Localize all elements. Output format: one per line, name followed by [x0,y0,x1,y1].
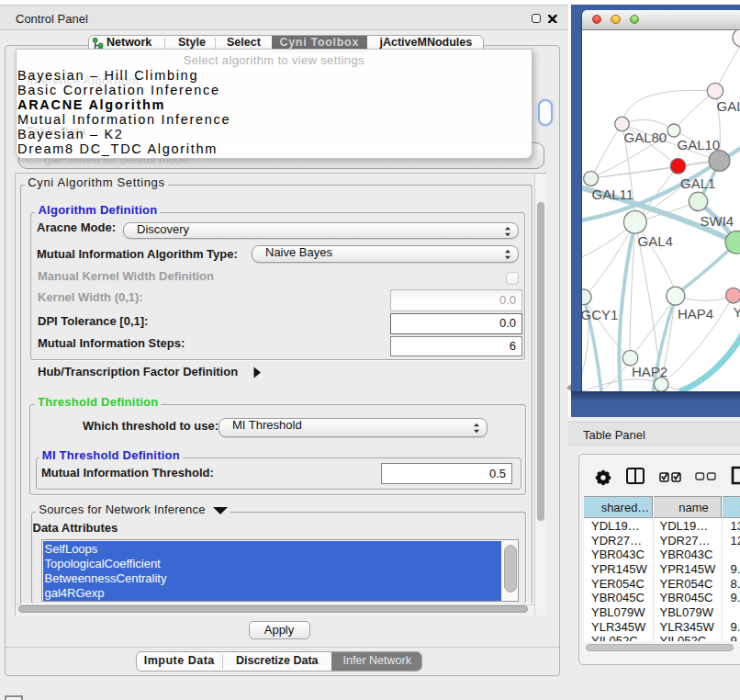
svg-text:GAL1: GAL1 [680,175,715,191]
svg-text:HAP4: HAP4 [678,306,713,322]
svg-text:GAL: GAL [717,98,740,114]
svg-text:GAL80: GAL80 [624,130,667,145]
svg-text:HAP2: HAP2 [632,364,667,379]
svg-text:GAL11: GAL11 [592,186,634,202]
svg-text:GAL4: GAL4 [638,233,673,249]
svg-text:SWI4: SWI4 [701,213,734,229]
svg-text:Y: Y [734,304,740,320]
svg-text:GCY1: GCY1 [582,307,618,322]
svg-text:GAL10: GAL10 [678,137,721,152]
